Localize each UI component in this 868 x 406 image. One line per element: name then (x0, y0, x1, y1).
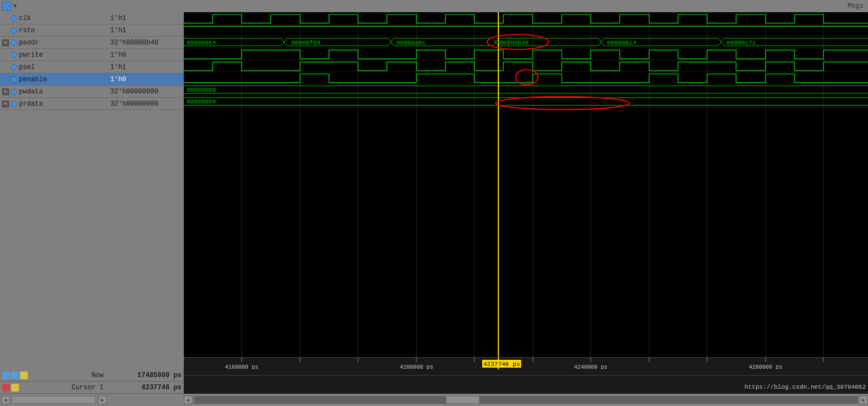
svg-text:00000f08: 00000f08 (291, 39, 321, 46)
waveform-scrollbar: ◄ ► (184, 395, 868, 404)
wave-scroll-right-btn[interactable]: ► (859, 395, 868, 404)
signal-name-pwdata: + pwdata (0, 88, 108, 96)
signal-name-prdata: + prdata (0, 100, 108, 108)
clk-label: clk (19, 14, 31, 22)
pwrite-icon (10, 51, 18, 59)
svg-text:00000abc: 00000abc (396, 39, 426, 46)
svg-marker-4 (11, 52, 17, 58)
psel-label: psel (19, 63, 35, 71)
signal-name-pwrite: pwrite (0, 51, 108, 59)
signal-name-psel: psel (0, 63, 108, 71)
pwdata-expand-btn[interactable]: + (2, 88, 9, 95)
paddr-label: paddr (19, 39, 39, 47)
rstn-value: 1'h1 (108, 27, 184, 34)
clk-icon (10, 14, 18, 22)
penable-label: penable (19, 76, 47, 83)
pwdata-value: 32'h00000000 (108, 88, 184, 96)
svg-marker-5 (11, 64, 17, 71)
svg-marker-3 (11, 39, 17, 46)
cursor-icons: Cursor 1 (0, 384, 108, 392)
rstn-icon (10, 27, 18, 34)
wave-scroll-thumb[interactable] (446, 396, 479, 404)
signal-row-pwrite[interactable]: pwrite 1'h0 (0, 49, 184, 61)
now-waveform-area (184, 369, 868, 382)
cursor-icon-1 (2, 384, 10, 392)
svg-text:00000000: 00000000 (187, 99, 216, 106)
now-icon-3 (20, 372, 28, 379)
clk-value: 1'h1 (108, 14, 184, 22)
signal-row-psel[interactable]: psel 1'h1 (0, 61, 184, 73)
paddr-icon (10, 39, 18, 47)
now-value: 17485000 ps (108, 372, 184, 379)
now-row: Now 17485000 ps (0, 369, 868, 382)
pwrite-label: pwrite (19, 51, 43, 59)
wave-scroll-track[interactable] (194, 396, 858, 404)
signal-list: clk 1'h1 rstn 1'h1 (0, 12, 184, 369)
signal-row-clk[interactable]: clk 1'h1 (0, 12, 184, 24)
svg-marker-7 (11, 88, 17, 95)
signal-row-pwdata[interactable]: + pwdata 32'h00000000 (0, 86, 184, 98)
signal-row-penable[interactable]: penable 1'h0 (0, 73, 184, 86)
prdata-label: prdata (19, 100, 43, 108)
pwdata-icon (10, 88, 18, 96)
scroll-right-btn[interactable]: ► (98, 395, 107, 404)
now-icon-2 (11, 372, 19, 379)
cursor-label: Cursor 1 (20, 384, 106, 392)
svg-text:00000c7c: 00000c7c (727, 39, 756, 46)
svg-text:4237746 ps: 4237746 ps (483, 361, 520, 368)
scrollbar-area: ◄ ► ◄ ► (0, 394, 868, 406)
scroll-left-btn[interactable]: ◄ (1, 395, 10, 404)
svg-marker-2 (11, 27, 17, 34)
signal-name-penable: penable (0, 76, 108, 83)
toolbar: ▼ Msgs (0, 0, 868, 12)
penable-value: 1'h0 (108, 76, 184, 83)
timeline: 4160000 ps 4200000 ps 4240000 ps 4280000… (184, 357, 868, 369)
svg-marker-0 (4, 3, 9, 9)
left-scroll-track[interactable] (12, 396, 96, 404)
prdata-value: 32'h00000000 (108, 100, 184, 108)
signal-name-clk: clk (0, 14, 108, 22)
svg-text:00000b48: 00000b48 (499, 39, 529, 46)
waveform-svg: 000009e4 00000f08 00000abc 00000b48 0000… (184, 12, 868, 369)
main-container: ▼ Msgs clk 1'h1 (0, 0, 868, 406)
signal-panel: clk 1'h1 rstn 1'h1 (0, 12, 184, 369)
svg-text:000009e4: 000009e4 (187, 39, 216, 46)
signal-name-rstn: rstn (0, 27, 108, 34)
cursor-waveform-area: https://blog.csdn.net/qq_39794062 (184, 382, 868, 394)
signal-name-paddr: + paddr (0, 39, 108, 47)
prdata-expand-btn[interactable]: + (2, 101, 9, 107)
left-scroll-thumb[interactable] (12, 396, 96, 404)
psel-icon (10, 63, 18, 71)
paddr-expand-btn[interactable]: + (2, 39, 9, 46)
content-area: clk 1'h1 rstn 1'h1 (0, 12, 868, 369)
svg-text:00000000: 00000000 (187, 87, 216, 93)
signal-row-prdata[interactable]: + prdata 32'h00000000 (0, 98, 184, 110)
cursor-icon-2 (11, 384, 19, 392)
svg-marker-8 (11, 101, 17, 107)
now-cursor-panel: Now 17485000 ps Cursor 1 4237746 ps (0, 369, 868, 394)
penable-icon (10, 76, 18, 83)
pwrite-value: 1'h0 (108, 51, 184, 59)
toolbar-arrow-icon[interactable]: ▼ (13, 3, 17, 9)
now-label: Now (29, 372, 106, 379)
timeline-svg: 4160000 ps 4200000 ps 4240000 ps 4280000… (184, 358, 868, 369)
left-scrollbar: ◄ ► (0, 395, 108, 404)
svg-text:00000814: 00000814 (607, 39, 636, 46)
toolbar-diamond-icon[interactable] (2, 2, 11, 11)
svg-marker-1 (11, 15, 17, 22)
url-text: https://blog.csdn.net/qq_39794062 (744, 384, 866, 390)
wave-scroll-left-btn[interactable]: ◄ (184, 395, 193, 404)
cursor-row: Cursor 1 4237746 ps https://blog.csdn.ne… (0, 382, 868, 394)
signal-row-paddr[interactable]: + paddr 32'h00000b48 (0, 37, 184, 49)
prdata-icon (10, 100, 18, 108)
bottom-panels: Now 17485000 ps Cursor 1 4237746 ps (0, 369, 868, 406)
svg-marker-6 (11, 76, 17, 83)
now-icon-1 (2, 372, 10, 379)
pwdata-label: pwdata (19, 88, 43, 96)
waveform-area[interactable]: 000009e4 00000f08 00000abc 00000b48 0000… (184, 12, 868, 369)
paddr-value: 32'h00000b48 (108, 39, 184, 47)
psel-value: 1'h1 (108, 63, 184, 71)
now-icons: Now (0, 372, 108, 379)
signal-row-rstn[interactable]: rstn 1'h1 (0, 24, 184, 37)
cursor-value: 4237746 ps (108, 384, 184, 392)
